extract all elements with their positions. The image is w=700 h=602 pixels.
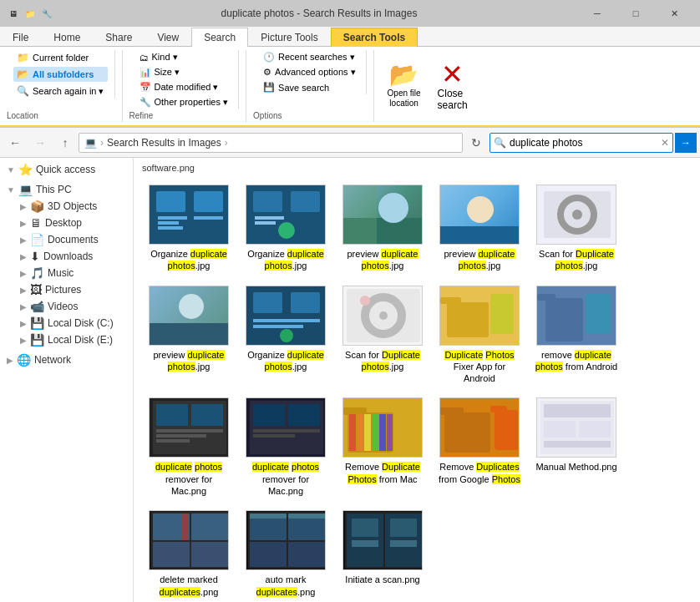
thumb-svg bbox=[150, 397, 228, 458]
file-name: delete marked duplicates.png bbox=[147, 574, 231, 598]
svg-rect-30 bbox=[253, 319, 320, 322]
file-item[interactable]: Organize duplicate photos.jpg bbox=[144, 181, 234, 276]
sidebar-item-videos[interactable]: ▶ 📹 Videos bbox=[13, 298, 133, 315]
refresh-button[interactable]: ↻ bbox=[464, 131, 488, 154]
address-bar[interactable]: 💻 › Search Results in Images › bbox=[79, 133, 463, 153]
up-button[interactable]: ↑ bbox=[53, 131, 77, 154]
search-go-button[interactable]: → bbox=[675, 133, 697, 153]
search-again-btn[interactable]: 🔍 Search again in ▾ bbox=[13, 83, 108, 99]
file-item[interactable]: Organize duplicate photos.jpg bbox=[241, 282, 331, 388]
all-subfolders-btn[interactable]: 📂 All subfolders bbox=[13, 67, 108, 82]
tab-picture-tools[interactable]: Picture Tools bbox=[248, 28, 330, 47]
refine-items: 🗂 Kind ▾ 📊 Size ▾ 📅 Date modified ▾ 🔧 Ot… bbox=[129, 50, 240, 109]
file-item[interactable]: preview duplicate photos.jpg bbox=[144, 282, 234, 388]
kind-btn[interactable]: 🗂 Kind ▾ bbox=[136, 50, 232, 64]
sidebar-item-local-c[interactable]: ▶ 💾 Local Disk (C:) bbox=[13, 315, 133, 331]
svg-rect-56 bbox=[288, 404, 320, 426]
file-item[interactable]: duplicate photos remover for Mac.png bbox=[241, 394, 331, 500]
file-name: Remove Duplicates from Google Photos bbox=[438, 461, 521, 485]
props-icon: 🔧 bbox=[139, 97, 151, 108]
file-thumbnail bbox=[149, 397, 229, 458]
forward-button[interactable]: → bbox=[28, 131, 52, 154]
sidebar-item-local-e[interactable]: ▶ 💾 Local Disk (E:) bbox=[13, 331, 133, 348]
file-item[interactable]: preview duplicate photos.jpg bbox=[337, 181, 428, 276]
file-item[interactable]: Manual Method.png bbox=[531, 394, 621, 500]
sidebar-item-3d-objects[interactable]: ▶ 📦 3D Objects bbox=[13, 198, 133, 215]
this-pc-label: This PC bbox=[36, 184, 126, 195]
sidebar-item-desktop[interactable]: ▶ 🖥 Desktop bbox=[13, 215, 133, 231]
search-box[interactable]: 🔍 ✕ bbox=[489, 133, 673, 153]
svg-point-19 bbox=[467, 196, 494, 223]
svg-rect-9 bbox=[255, 216, 284, 220]
tab-home[interactable]: Home bbox=[41, 28, 93, 47]
svg-rect-18 bbox=[440, 226, 519, 245]
close-search-btn[interactable]: ✕ Closesearch bbox=[431, 57, 474, 115]
search-clear-btn[interactable]: ✕ bbox=[661, 137, 669, 149]
tab-search-tools[interactable]: Search Tools bbox=[331, 28, 418, 47]
save-search-btn[interactable]: 💾 Save search bbox=[260, 80, 359, 94]
sidebar-item-music[interactable]: ▶ 🎵 Music bbox=[13, 265, 133, 281]
file-item[interactable]: Remove Duplicate Photos from Mac bbox=[337, 394, 428, 500]
file-item[interactable]: delete marked duplicates.png bbox=[144, 507, 234, 601]
svg-rect-61 bbox=[343, 407, 367, 415]
file-item[interactable]: Remove Duplicates from Google Photos bbox=[434, 394, 525, 500]
thumb-svg bbox=[150, 510, 228, 570]
advanced-options-btn[interactable]: ⚙ Advanced options ▾ bbox=[260, 65, 359, 79]
svg-rect-39 bbox=[447, 302, 489, 337]
sidebar-item-network[interactable]: ▶ 🌐 Network bbox=[0, 352, 133, 368]
svg-rect-58 bbox=[253, 434, 295, 438]
thumb-svg bbox=[343, 185, 422, 245]
file-item[interactable]: remove duplicate photos from Android bbox=[531, 282, 621, 388]
sidebar-item-this-pc[interactable]: ▼ 💻 This PC bbox=[0, 181, 133, 198]
svg-point-36 bbox=[379, 311, 388, 320]
close-search-icon: ✕ bbox=[441, 61, 464, 88]
svg-rect-76 bbox=[544, 421, 576, 438]
sidebar-item-quick-access[interactable]: ▼ ⭐ Quick access bbox=[0, 161, 133, 178]
tab-view[interactable]: View bbox=[145, 28, 191, 47]
svg-rect-63 bbox=[357, 414, 363, 451]
back-button[interactable]: ← bbox=[3, 131, 27, 154]
tab-search[interactable]: Search bbox=[191, 28, 248, 47]
file-item[interactable]: Initiate a scan.png bbox=[337, 507, 428, 601]
pics-label: Pictures bbox=[45, 284, 126, 296]
folder-icon: 📁 bbox=[17, 52, 29, 63]
file-item[interactable]: Scan for Duplicate photos.jpg bbox=[531, 181, 621, 276]
current-folder-btn[interactable]: 📁 Current folder bbox=[13, 50, 108, 65]
vids-arrow: ▶ bbox=[20, 302, 27, 311]
maximize-button[interactable]: □ bbox=[616, 0, 655, 27]
file-item[interactable]: preview duplicate photos.jpg bbox=[434, 181, 525, 276]
search-again-icon: 🔍 bbox=[17, 85, 29, 97]
svg-point-37 bbox=[360, 296, 370, 306]
refine-group-label: Refine bbox=[129, 109, 154, 122]
open-file-location-btn[interactable]: 📂 Open filelocation bbox=[381, 57, 428, 115]
date-modified-btn[interactable]: 📅 Date modified ▾ bbox=[136, 80, 232, 94]
search-input[interactable] bbox=[510, 137, 661, 149]
svg-rect-48 bbox=[156, 404, 188, 426]
thumb-svg bbox=[440, 286, 519, 346]
minimize-button[interactable]: ─ bbox=[578, 0, 616, 27]
other-properties-btn[interactable]: 🔧 Other properties ▾ bbox=[136, 95, 232, 109]
thumb-svg bbox=[343, 397, 422, 458]
thumb-svg bbox=[246, 397, 325, 458]
file-item[interactable]: Organize duplicate photos.jpg bbox=[241, 181, 331, 276]
file-item[interactable]: duplicate photos remover for Mac.png bbox=[144, 394, 234, 500]
close-button[interactable]: ✕ bbox=[655, 0, 693, 27]
svg-rect-43 bbox=[545, 298, 583, 341]
thumb-svg bbox=[246, 286, 325, 346]
tab-file[interactable]: File bbox=[0, 28, 41, 47]
file-item[interactable]: Scan for Duplicate photos.jpg bbox=[337, 282, 428, 388]
sidebar-item-documents[interactable]: ▶ 📄 Documents bbox=[13, 231, 133, 248]
c-icon: 💾 bbox=[30, 316, 44, 330]
file-item[interactable]: Duplicate Photos Fixer App for Android bbox=[434, 282, 525, 388]
tab-share[interactable]: Share bbox=[93, 28, 145, 47]
sidebar-item-pictures[interactable]: ▶ 🖼 Pictures bbox=[13, 281, 133, 298]
sidebar: ▼ ⭐ Quick access ▼ 💻 This PC ▶ 📦 3D Obje… bbox=[0, 158, 134, 602]
sidebar-item-downloads[interactable]: ▶ ⬇ Downloads bbox=[13, 248, 133, 265]
size-btn[interactable]: 📊 Size ▾ bbox=[136, 65, 232, 79]
thumb-svg bbox=[246, 510, 325, 570]
svg-rect-8 bbox=[253, 191, 282, 212]
file-item[interactable]: auto mark duplicates.png bbox=[241, 507, 331, 601]
thumb-svg bbox=[440, 397, 519, 458]
recent-searches-btn[interactable]: 🕐 Recent searches ▾ bbox=[260, 50, 359, 64]
file-thumbnail bbox=[536, 397, 616, 458]
